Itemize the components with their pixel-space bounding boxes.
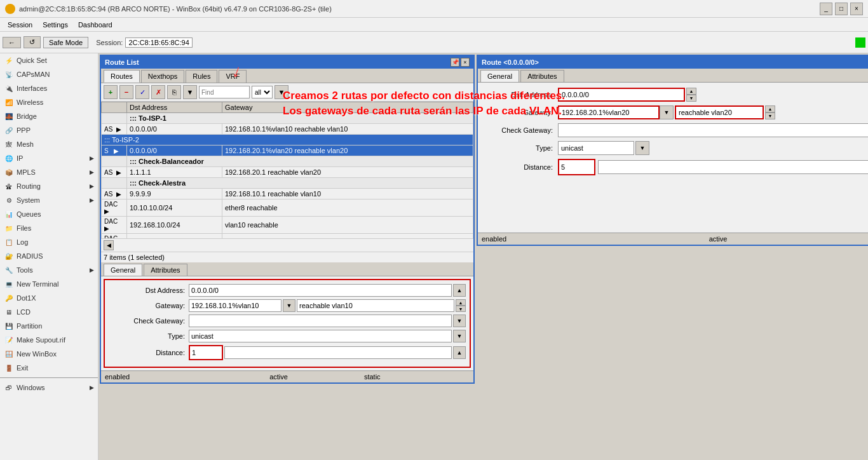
sidebar-item-queues[interactable]: 📊 Queues: [0, 207, 98, 221]
sidebar-item-exit[interactable]: 🚪 Exit: [0, 361, 98, 375]
distance-scroll-up[interactable]: ▲: [453, 346, 466, 359]
dst-address-scroll-up[interactable]: ▲: [453, 284, 466, 297]
cross-route-button[interactable]: ✗: [151, 85, 165, 99]
title-bar-controls[interactable]: _ □ ×: [820, 3, 863, 15]
sidebar-item-log[interactable]: 📋 Log: [0, 235, 98, 249]
sidebar-item-files[interactable]: 📁 Files: [0, 221, 98, 235]
sidebar-item-radius[interactable]: 🔐 RADIUS: [0, 249, 98, 263]
col-dst-address: Dst Address: [127, 102, 222, 113]
tab-nexthops[interactable]: Nexthops: [141, 70, 184, 83]
bottom-tab-attributes[interactable]: Attributes: [144, 264, 187, 276]
sidebar-item-capsman[interactable]: 📡 CAPsMAN: [0, 67, 98, 81]
table-row[interactable]: DAC ▶ 10.10.10.0/24 ether8 reachable: [102, 200, 473, 217]
table-row[interactable]: ::: To-ISP-1: [102, 113, 473, 124]
gateway-editor-scroll-up[interactable]: ▲: [765, 105, 775, 112]
editor-distance-label: Distance:: [483, 163, 553, 171]
table-row[interactable]: AS ▶ 9.9.9.9 192.168.10.1 reachable vlan…: [102, 189, 473, 200]
tab-rules[interactable]: Rules: [186, 70, 217, 83]
gateway-input[interactable]: [189, 299, 281, 312]
find-filter-select[interactable]: all: [252, 86, 273, 98]
find-input[interactable]: [199, 86, 250, 98]
safe-mode-button[interactable]: Safe Mode: [43, 37, 88, 48]
filter-route-button[interactable]: ▼: [183, 85, 197, 99]
gateway-scroll-down[interactable]: ▼: [456, 306, 466, 312]
dst-address-input[interactable]: [189, 284, 452, 297]
bottom-tab-general[interactable]: General: [104, 264, 142, 276]
gateway-reachable-input[interactable]: [297, 299, 454, 312]
tab-routes[interactable]: Routes: [104, 70, 140, 83]
editor-check-gateway-input[interactable]: [558, 123, 868, 137]
sidebar-item-dot1x[interactable]: 🔑 Dot1X: [0, 291, 98, 305]
table-row[interactable]: ::: Check-Balanceador: [102, 156, 473, 167]
scroll-left-button[interactable]: ◀: [104, 240, 114, 250]
sidebar-item-tools[interactable]: 🔧 Tools ▶: [0, 263, 98, 277]
table-row[interactable]: DAC ▶ 192.168.20.0/24 vlan20 reachable: [102, 234, 473, 239]
sidebar-item-quickset[interactable]: ⚡ Quick Set: [0, 53, 98, 67]
find-dropdown-button[interactable]: ▼: [275, 85, 288, 99]
dst-scroll-down[interactable]: ▼: [686, 95, 696, 102]
sidebar-item-partition[interactable]: 💾 Partition: [0, 319, 98, 333]
check-route-button[interactable]: ✓: [135, 85, 149, 99]
distance-extra-input[interactable]: [224, 346, 452, 359]
sidebar-item-ip[interactable]: 🌐 IP ▶: [0, 151, 98, 165]
sidebar-item-interfaces[interactable]: 🔌 Interfaces: [0, 81, 98, 95]
minimize-button[interactable]: _: [820, 3, 832, 15]
table-row[interactable]: AS ▶ 1.1.1.1 192.168.20.1 reachable vlan…: [102, 167, 473, 178]
add-route-button[interactable]: +: [104, 85, 118, 99]
sidebar-item-new-terminal[interactable]: 💻 New Terminal: [0, 277, 98, 291]
check-gateway-dropdown[interactable]: ▼: [453, 315, 466, 327]
type-dropdown[interactable]: ▼: [453, 330, 466, 342]
check-gateway-input[interactable]: [189, 315, 452, 327]
editor-type-input[interactable]: [558, 141, 634, 155]
maximize-button[interactable]: □: [835, 3, 848, 15]
check-gateway-label: Check Gateway:: [109, 317, 185, 325]
editor-gateway-input[interactable]: [558, 105, 660, 119]
sidebar-item-windows[interactable]: 🗗 Windows ▶: [0, 381, 98, 395]
menu-settings[interactable]: Settings: [37, 20, 73, 30]
gateway-scroll-up[interactable]: ▲: [456, 299, 466, 306]
editor-gateway-dropdown[interactable]: ▼: [660, 105, 674, 119]
editor-distance-extra[interactable]: [598, 160, 868, 174]
route-list-pin-button[interactable]: 📌: [451, 58, 459, 67]
editor-dst-input[interactable]: [558, 88, 685, 102]
editor-distance-row: Distance: ▲: [483, 159, 868, 175]
sidebar-item-system[interactable]: ⚙ System ▶: [0, 193, 98, 207]
table-row[interactable]: AS ▶ 0.0.0.0/0 192.168.10.1%vlan10 reach…: [102, 124, 473, 135]
type-input[interactable]: [189, 330, 452, 342]
sidebar-item-wireless[interactable]: 📶 Wireless: [0, 95, 98, 109]
menu-dashboard[interactable]: Dashboard: [73, 20, 118, 30]
sidebar-item-ppp[interactable]: 🔗 PPP: [0, 123, 98, 137]
editor-gateway-reachable[interactable]: [675, 105, 764, 119]
distance-input[interactable]: [190, 346, 222, 359]
editor-distance-input[interactable]: [559, 160, 594, 174]
dst-scroll-up[interactable]: ▲: [686, 88, 696, 95]
table-row[interactable]: ::: To-ISP-2: [102, 135, 473, 145]
route-list-close-button[interactable]: ×: [461, 58, 470, 67]
copy-route-button[interactable]: ⎘: [167, 85, 181, 99]
sidebar-item-lcd[interactable]: 🖥 LCD: [0, 305, 98, 319]
sidebar-item-make-supout[interactable]: 📝 Make Supout.rif: [0, 333, 98, 347]
editor-tab-general[interactable]: General: [480, 70, 519, 82]
sidebar-label-ppp: PPP: [17, 126, 31, 134]
sidebar-item-routing[interactable]: 🛣 Routing ▶: [0, 179, 98, 193]
route-bottom-status: enabled active static: [101, 370, 473, 382]
editor-tab-attributes[interactable]: Attributes: [520, 70, 564, 82]
remove-route-button[interactable]: −: [119, 85, 133, 99]
sidebar-item-mesh[interactable]: 🕸 Mesh: [0, 137, 98, 151]
sidebar-item-mpls[interactable]: 📦 MPLS ▶: [0, 165, 98, 179]
back-button[interactable]: ←: [3, 37, 21, 48]
route-table: Dst Address Gateway ::: To-ISP-1 AS ▶ 0.…: [101, 102, 473, 238]
close-button[interactable]: ×: [850, 3, 863, 15]
gateway-editor-scroll-down[interactable]: ▼: [765, 112, 775, 119]
menu-session[interactable]: Session: [3, 20, 37, 30]
window-controls[interactable]: 📌 ×: [451, 58, 470, 67]
gateway-dropdown-button[interactable]: ▼: [283, 299, 295, 312]
tab-vrf[interactable]: VRF: [219, 70, 247, 83]
refresh-button[interactable]: ↺: [24, 36, 41, 48]
table-row[interactable]: S ▶ 0.0.0.0/0 192.168.20.1%vlan20 reacha…: [102, 145, 473, 156]
table-row[interactable]: ::: Check-Alestra: [102, 178, 473, 189]
sidebar-item-bridge[interactable]: 🌉 Bridge: [0, 109, 98, 123]
table-row[interactable]: DAC ▶ 192.168.10.0/24 vlan10 reachable: [102, 217, 473, 234]
sidebar-item-new-winbox[interactable]: 🪟 New WinBox: [0, 347, 98, 361]
editor-type-dropdown[interactable]: ▼: [635, 141, 649, 155]
